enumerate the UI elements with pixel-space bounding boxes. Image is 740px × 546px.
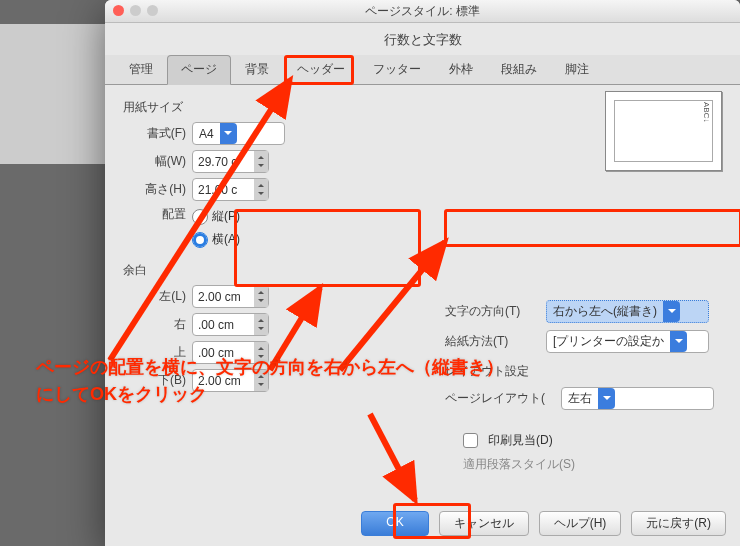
width-label: 幅(W) [131, 153, 186, 170]
text-direction-select[interactable]: 右から左へ(縦書き) [546, 300, 709, 323]
tab-background[interactable]: 背景 [231, 55, 283, 84]
tab-border[interactable]: 外枠 [435, 55, 487, 84]
reset-button[interactable]: 元に戻す(R) [631, 511, 726, 536]
close-icon[interactable] [113, 5, 124, 16]
window-title: ページスタイル: 標準 [365, 4, 480, 18]
height-stepper[interactable]: 21.00 c [192, 178, 269, 201]
annotation-text: ページの配置を横に、文字の方向を右から左へ（縦書き） にしてOKをクリック [36, 354, 504, 408]
tab-page[interactable]: ページ [167, 55, 231, 85]
titlebar: ページスタイル: 標準 [105, 0, 740, 23]
tab-footnote[interactable]: 脚注 [551, 55, 603, 84]
zoom-icon [147, 5, 158, 16]
page-layout-select[interactable]: 左右 [561, 387, 714, 410]
margin-right-stepper[interactable]: .00 cm [192, 313, 269, 336]
format-select[interactable]: A4 [192, 122, 285, 145]
help-button[interactable]: ヘルプ(H) [539, 511, 622, 536]
landscape-radio[interactable] [192, 232, 208, 248]
tab-header[interactable]: ヘッダー [283, 55, 359, 84]
format-label: 書式(F) [131, 125, 186, 142]
tab-bar: 管理 ページ 背景 ヘッダー フッター 外枠 段組み 脚注 [105, 55, 740, 85]
paper-tray-select[interactable]: [プリンターの設定か [546, 330, 709, 353]
margins-label: 余白 [123, 262, 722, 279]
page-style-dialog: ページスタイル: 標準 行数と文字数 管理 ページ 背景 ヘッダー フッター 外… [105, 0, 740, 546]
margin-left-stepper[interactable]: 2.00 cm [192, 285, 269, 308]
page-preview: ABC↓ [605, 91, 722, 171]
width-stepper[interactable]: 29.70 c [192, 150, 269, 173]
height-label: 高さ(H) [131, 181, 186, 198]
tab-footer[interactable]: フッター [359, 55, 435, 84]
tab-manage[interactable]: 管理 [115, 55, 167, 84]
portrait-radio[interactable] [192, 209, 208, 225]
minimize-icon [130, 5, 141, 16]
print-register-checkbox[interactable] [463, 433, 478, 448]
ok-button[interactable]: OK [361, 511, 428, 536]
tab-columns[interactable]: 段組み [487, 55, 551, 84]
cancel-button[interactable]: キャンセル [439, 511, 529, 536]
dialog-subtitle: 行数と文字数 [105, 23, 740, 55]
orientation-label: 配置 [131, 206, 186, 223]
